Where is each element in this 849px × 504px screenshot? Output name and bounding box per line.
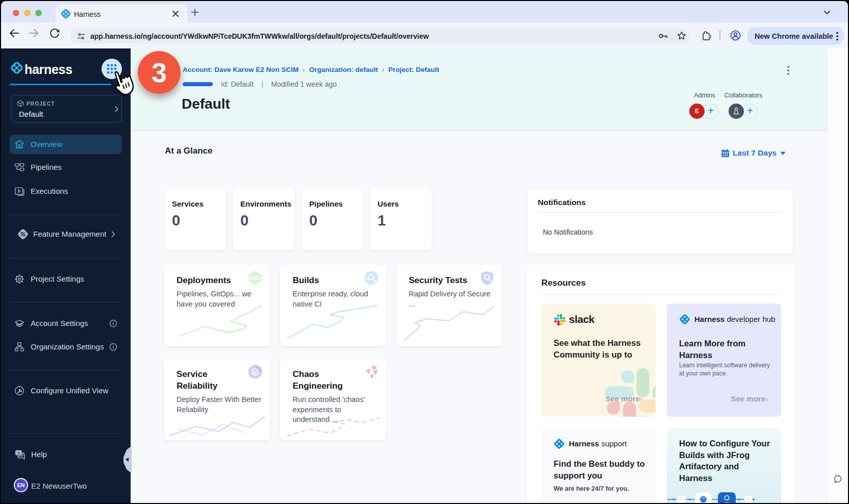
svg-text:?: ? [17,451,20,456]
